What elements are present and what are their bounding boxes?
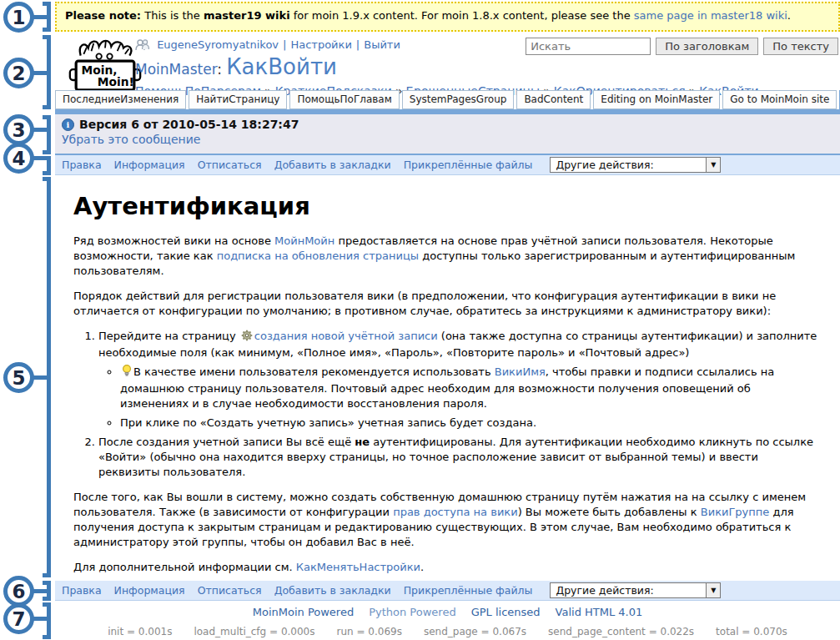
notice-bar: Please note: This is the master19 wiki f…: [55, 2, 840, 32]
footer-timings: init = 0.001s load_multi_cfg = 0.000s ru…: [55, 626, 840, 637]
create-account-link[interactable]: создания новой учётной записи: [254, 330, 438, 342]
callout-7-circle: 7: [3, 603, 34, 634]
list-item-click-note: При клике по «Создать учетную запись» уч…: [120, 416, 822, 431]
separator: |: [283, 38, 286, 51]
callout-5-circle: 5: [3, 362, 34, 393]
username-link[interactable]: EugeneSyromyatnikov: [157, 38, 279, 51]
logout-link[interactable]: Выйти: [364, 38, 400, 51]
callout-1-circle: 1: [3, 2, 34, 33]
paragraph-more-info: Для дополнительной информации см. КакМен…: [73, 560, 822, 575]
page-content: Аутентификация Ряд возможностей вики на …: [55, 175, 840, 581]
master18-wiki-link[interactable]: same page in master18 wiki: [634, 9, 787, 22]
timing-item: total = 0.070s: [716, 626, 787, 637]
attachments-link[interactable]: Прикреплённые файлы: [404, 159, 533, 171]
dropdown-arrow-icon[interactable]: ▼: [706, 583, 720, 597]
access-rights-link[interactable]: прав доступа на вики: [393, 506, 517, 518]
edit-link[interactable]: Правка: [62, 159, 102, 171]
message-area: i Версия 6 от 2010-05-14 18:27:47 Убрать…: [55, 114, 840, 155]
page-header: Moin, Moin! EugeneSyromyatnikov|Настройк…: [55, 35, 840, 109]
title-line: MoinMaster: КакВойти: [135, 54, 337, 79]
gear-icon: [241, 331, 253, 344]
callout-3-bracket: [43, 115, 51, 154]
separator: |: [356, 38, 360, 51]
editbar-bottom: Правка Информация Отписаться Добавить в …: [55, 581, 840, 601]
subscription-link[interactable]: подписка на обновления страницы: [217, 249, 419, 262]
callout-4-circle: 4: [3, 143, 34, 174]
wikigroup-link[interactable]: ВикиГруппе: [701, 506, 770, 518]
tab-go-to-moinmoin-site[interactable]: Go to MoinMoin site: [722, 90, 837, 109]
page-title-link[interactable]: КакВойти: [226, 54, 337, 79]
text: Для дополнительной информации см.: [73, 561, 296, 573]
title-colon: :: [217, 61, 222, 78]
tab-help-contents[interactable]: ПомощьПоГлавам: [289, 90, 399, 109]
search-titles-button[interactable]: По заголовкам: [656, 38, 758, 55]
notice-bold-wiki: master19 wiki: [204, 9, 290, 22]
moinmoin-powered-link[interactable]: MoinMoin Powered: [253, 606, 354, 618]
edit-link[interactable]: Правка: [62, 584, 102, 597]
editbar-top: Правка Информация Отписаться Добавить в …: [55, 155, 840, 175]
wiki-page: Please note: This is the master19 wiki f…: [55, 0, 840, 640]
timing-item: send_page = 0.067s: [424, 626, 526, 637]
more-actions-dropdown[interactable]: Другие действия: ▼: [550, 157, 721, 173]
list-item-step1: Перейдите на страницу создания новой учё…: [98, 329, 822, 431]
change-settings-link[interactable]: КакМенятьНастройки: [296, 561, 420, 573]
text: После создания учетной записи Вы всё ещё: [98, 436, 355, 448]
callout-3-circle: 3: [3, 114, 34, 145]
info-link[interactable]: Информация: [114, 584, 185, 597]
navigation-tabs: ПоследниеИзмененияНайтиСтраницуПомощьПоГ…: [55, 90, 840, 109]
search-fulltext-button[interactable]: По тексту: [763, 38, 838, 55]
tab-system-pages-group[interactable]: SystemPagesGroup: [402, 90, 515, 109]
search-input[interactable]: [526, 38, 651, 55]
callout-7-bracket: [43, 602, 51, 639]
paragraph-after-login: После того, как Вы вошли в систему, можн…: [73, 490, 822, 550]
paragraph-intro: Ряд возможностей вики на основе МойнМойн…: [73, 234, 822, 279]
user-line: EugeneSyromyatnikov|Настройки|Выйти: [135, 38, 400, 53]
valid-html-link[interactable]: Valid HTML 4.01: [556, 606, 643, 618]
tab-find-page[interactable]: НайтиСтраницу: [189, 90, 287, 109]
attachments-link[interactable]: Прикреплённые файлы: [404, 584, 533, 597]
version-text: Версия 6 от 2010-05-14 18:27:47: [79, 118, 299, 131]
wikiname-link[interactable]: ВикиИмя: [495, 365, 546, 378]
callout-2-circle: 2: [3, 58, 34, 88]
add-bookmark-link[interactable]: Добавить в закладки: [274, 584, 391, 597]
lightbulb-icon: [122, 367, 132, 380]
search-form: По заголовкам По тексту: [526, 38, 838, 55]
user-icon: [135, 41, 153, 53]
text: Ряд возможностей вики на основе: [73, 234, 274, 247]
bold-not: не: [355, 436, 370, 448]
notice-bold: Please note:: [65, 9, 141, 22]
notice-text: .: [787, 9, 791, 22]
dismiss-message-link[interactable]: Убрать это сообщение: [62, 133, 200, 146]
dropdown-selected-value: Другие действия:: [551, 159, 706, 171]
timing-item: run = 0.069s: [336, 626, 401, 637]
add-bookmark-link[interactable]: Добавить в закладки: [274, 159, 391, 171]
tab-recent-changes[interactable]: ПоследниеИзменения: [55, 90, 186, 109]
text: ) Вы можете быть добавлены к: [518, 506, 701, 518]
callout-2-bracket: [43, 35, 51, 109]
paragraph-procedure: Порядок действий для регистрации пользов…: [73, 289, 822, 319]
settings-link[interactable]: Настройки: [290, 38, 351, 51]
gpl-licensed-link[interactable]: GPL licensed: [471, 606, 541, 618]
svg-text:Moin,: Moin,: [82, 63, 118, 77]
wiki-name-link[interactable]: MoinMaster: [135, 61, 217, 78]
tab-editing-on-moinmaster[interactable]: Editing on MoinMaster: [593, 90, 720, 109]
more-actions-dropdown[interactable]: Другие действия: ▼: [550, 582, 721, 598]
steps-list: Перейдите на страницу создания новой учё…: [73, 329, 822, 480]
info-link[interactable]: Информация: [114, 159, 185, 171]
unsubscribe-link[interactable]: Отписаться: [198, 584, 262, 597]
callout-4-bracket: [43, 156, 51, 175]
dropdown-arrow-icon[interactable]: ▼: [706, 158, 720, 172]
text: Перейдите на страницу: [98, 330, 239, 342]
tab-bad-content[interactable]: BadContent: [516, 90, 591, 109]
timing-item: send_page_content = 0.022s: [548, 626, 694, 637]
notice-text: for moin 1.9.x content. For moin 1.8.x c…: [290, 9, 634, 22]
unsubscribe-link[interactable]: Отписаться: [198, 159, 262, 171]
moinmoin-wiki-link[interactable]: МойнМойн: [274, 234, 334, 247]
timing-item: load_multi_cfg = 0.000s: [194, 626, 314, 637]
text: .: [420, 561, 424, 573]
python-powered-link[interactable]: Python Powered: [369, 606, 455, 618]
notice-text: This is the: [141, 9, 204, 22]
screen: { "colors": { "accent": "#79a7d9", "link…: [0, 0, 840, 640]
info-icon: i: [62, 118, 74, 131]
notes-list: В качестве имени пользователя рекомендуе…: [98, 365, 822, 431]
